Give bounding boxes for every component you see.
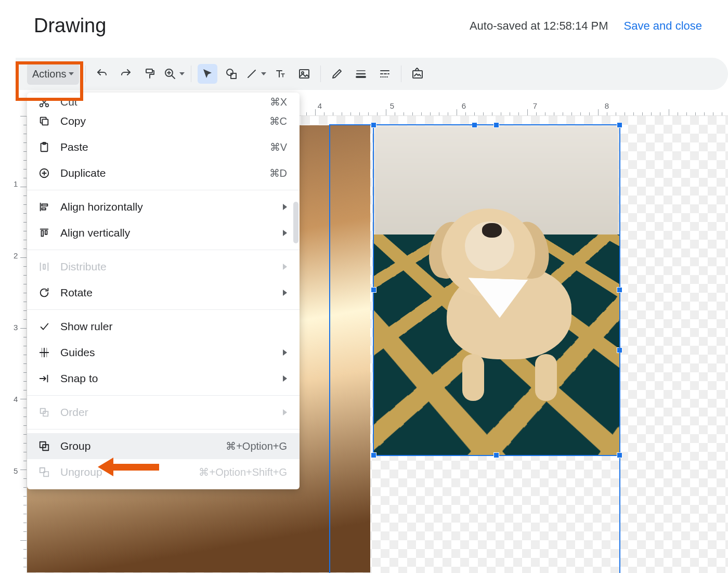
line-tool-button[interactable] <box>245 64 266 84</box>
svg-point-5 <box>227 69 233 75</box>
submenu-arrow-icon <box>283 409 287 415</box>
menu-item-distribute: Distribute <box>27 254 300 280</box>
group-icon <box>37 440 51 452</box>
svg-line-2 <box>172 75 175 79</box>
svg-rect-8 <box>300 70 309 78</box>
select-tool-button[interactable] <box>198 64 217 84</box>
submenu-arrow-icon <box>283 375 287 382</box>
guides-icon <box>37 347 51 358</box>
copy-icon <box>37 115 51 127</box>
submenu-arrow-icon <box>283 264 287 270</box>
svg-rect-33 <box>43 264 45 269</box>
annotation-highlight-actions <box>16 61 83 101</box>
toolbar-separator <box>85 66 86 82</box>
image-button[interactable] <box>294 64 314 84</box>
svg-rect-30 <box>45 230 47 234</box>
snap-icon <box>37 373 51 384</box>
menu-item-ungroup: Ungroup ⌘+Option+Shift+G <box>27 459 300 485</box>
menu-item-duplicate[interactable]: Duplicate ⌘D <box>27 160 300 186</box>
menu-item-group[interactable]: Group ⌘+Option+G <box>27 433 300 459</box>
shape-tool-button[interactable] <box>222 64 241 84</box>
menu-item-order: Order <box>27 399 300 425</box>
autosave-status: Auto-saved at 12:58:14 PM <box>470 19 608 33</box>
ungroup-icon <box>37 466 51 478</box>
undo-button[interactable] <box>92 64 112 84</box>
toolbar-separator <box>191 66 191 82</box>
caret-down-icon <box>261 72 266 75</box>
actions-dropdown-menu: Cut ⌘X Copy ⌘C Paste ⌘V Duplicate ⌘D Ali… <box>27 93 300 489</box>
submenu-arrow-icon <box>283 230 287 236</box>
page-title: Drawing <box>34 15 106 37</box>
distribute-icon <box>37 261 51 272</box>
svg-rect-27 <box>42 208 45 210</box>
reset-image-button[interactable] <box>408 64 427 84</box>
paste-icon <box>37 141 51 153</box>
selection-box-image[interactable] <box>373 124 620 456</box>
menu-item-paste[interactable]: Paste ⌘V <box>27 134 300 160</box>
svg-rect-0 <box>146 69 152 73</box>
align-vertical-icon <box>37 227 51 239</box>
border-dash-button[interactable] <box>375 64 395 84</box>
edit-button[interactable] <box>327 64 347 84</box>
caret-down-icon <box>179 72 185 75</box>
menu-item-snap-to[interactable]: Snap to <box>27 366 300 392</box>
menu-item-align-horizontally[interactable]: Align horizontally <box>27 194 300 220</box>
paint-format-button[interactable] <box>140 64 160 84</box>
submenu-arrow-icon <box>283 204 287 210</box>
menu-item-rotate[interactable]: Rotate <box>27 280 300 306</box>
ruler-vertical: 1 2 3 4 5 <box>11 116 27 573</box>
order-icon <box>37 407 51 418</box>
submenu-arrow-icon <box>283 290 287 296</box>
annotation-arrow <box>98 458 159 476</box>
border-weight-button[interactable] <box>351 64 371 84</box>
svg-rect-19 <box>42 119 48 125</box>
submenu-arrow-icon <box>283 349 287 356</box>
duplicate-icon <box>37 167 51 179</box>
menu-item-show-ruler[interactable]: Show ruler <box>27 314 300 340</box>
check-icon <box>37 321 51 332</box>
menu-scrollbar[interactable] <box>293 202 298 243</box>
toolbar-separator <box>401 66 401 82</box>
svg-rect-26 <box>42 204 47 206</box>
toolbar-separator <box>320 66 321 82</box>
menu-item-copy[interactable]: Copy ⌘C <box>27 108 300 134</box>
svg-rect-29 <box>42 230 44 236</box>
text-box-button[interactable] <box>270 64 290 84</box>
menu-item-guides[interactable]: Guides <box>27 340 300 366</box>
save-and-close-button[interactable]: Save and close <box>624 19 702 33</box>
svg-line-7 <box>248 70 255 77</box>
toolbar: Actions <box>16 58 728 90</box>
align-horizontal-icon <box>37 201 51 213</box>
svg-rect-6 <box>231 73 236 79</box>
rotate-icon <box>37 287 51 298</box>
redo-button[interactable] <box>116 64 136 84</box>
zoom-button[interactable] <box>164 64 185 84</box>
menu-item-align-vertically[interactable]: Align vertically <box>27 220 300 246</box>
